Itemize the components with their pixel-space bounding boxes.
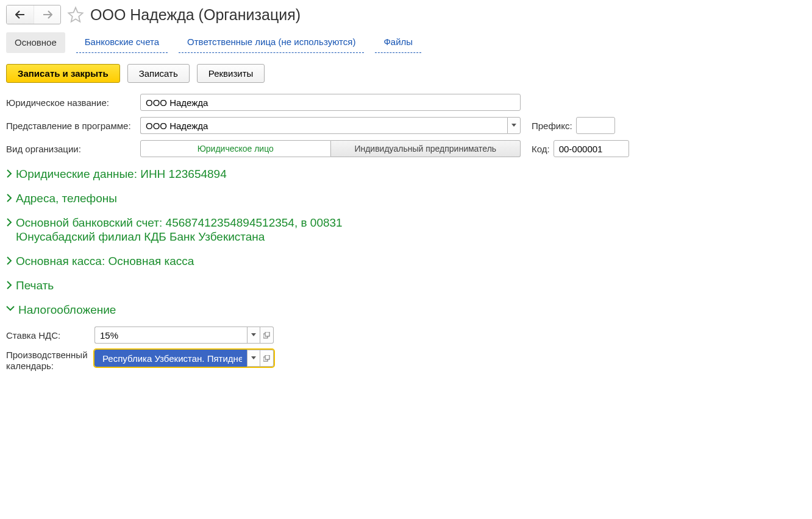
section-addresses[interactable]: Адреса, телефоны [6, 191, 806, 206]
vat-rate-label: Ставка НДС: [6, 330, 94, 341]
code-label: Код: [532, 144, 550, 154]
display-name-label: Представление в программе: [6, 121, 140, 131]
calendar-label: Производственный календарь: [6, 350, 94, 371]
chevron-right-icon [6, 169, 12, 178]
chevron-down-icon [511, 124, 516, 127]
tab-responsible[interactable]: Ответственные лица (не используются) [179, 32, 364, 53]
chevron-down-icon [6, 305, 15, 311]
svg-rect-3 [265, 355, 269, 359]
vat-open-button[interactable] [260, 327, 274, 344]
vat-dropdown-button[interactable] [247, 327, 260, 344]
calendar-input[interactable] [94, 350, 247, 367]
tab-files[interactable]: Файлы [375, 32, 421, 53]
arrow-left-icon [15, 10, 25, 19]
svg-rect-1 [265, 332, 269, 336]
vat-rate-input[interactable] [94, 327, 247, 344]
org-type-label: Вид организации: [6, 144, 140, 154]
save-and-close-button[interactable]: Записать и закрыть [6, 64, 120, 83]
section-taxation[interactable]: Налогообложение [6, 303, 806, 317]
favorite-star-icon[interactable] [67, 6, 84, 23]
calendar-open-button[interactable] [260, 350, 274, 367]
chevron-down-icon [251, 333, 256, 337]
tab-bank-accounts[interactable]: Банковские счета [76, 32, 168, 53]
tab-main[interactable]: Основное [6, 32, 65, 53]
chevron-right-icon [6, 281, 12, 289]
save-button[interactable]: Записать [127, 64, 190, 83]
code-input[interactable] [554, 140, 629, 157]
open-icon [263, 332, 270, 339]
legal-name-input[interactable] [140, 94, 521, 111]
display-name-input[interactable] [140, 117, 507, 134]
chevron-right-icon [6, 256, 12, 265]
chevron-down-icon [251, 356, 256, 360]
display-name-dropdown-button[interactable] [507, 117, 521, 134]
section-legal-data[interactable]: Юридические данные: ИНН 123654894 [6, 167, 806, 182]
requisites-button[interactable]: Реквизиты [197, 64, 265, 83]
legal-name-label: Юридическое название: [6, 97, 140, 108]
prefix-input[interactable] [576, 117, 615, 134]
nav-back-button[interactable] [7, 5, 34, 24]
page-title: ООО Надежда (Организация) [90, 6, 301, 24]
calendar-dropdown-button[interactable] [247, 350, 260, 367]
arrow-right-icon [43, 10, 52, 19]
nav-forward-button[interactable] [34, 5, 60, 24]
prefix-label: Префикс: [532, 121, 572, 131]
org-type-ip-toggle[interactable]: Индивидуальный предприниматель [331, 140, 521, 157]
section-bank-account[interactable]: Основной банковский счет: 45687412354894… [6, 216, 806, 245]
org-type-legal-toggle[interactable]: Юридическое лицо [140, 140, 331, 157]
chevron-right-icon [6, 194, 12, 202]
section-print[interactable]: Печать [6, 278, 806, 293]
chevron-right-icon [6, 218, 12, 227]
section-cash[interactable]: Основная касса: Основная касса [6, 254, 806, 269]
open-icon [263, 355, 270, 362]
